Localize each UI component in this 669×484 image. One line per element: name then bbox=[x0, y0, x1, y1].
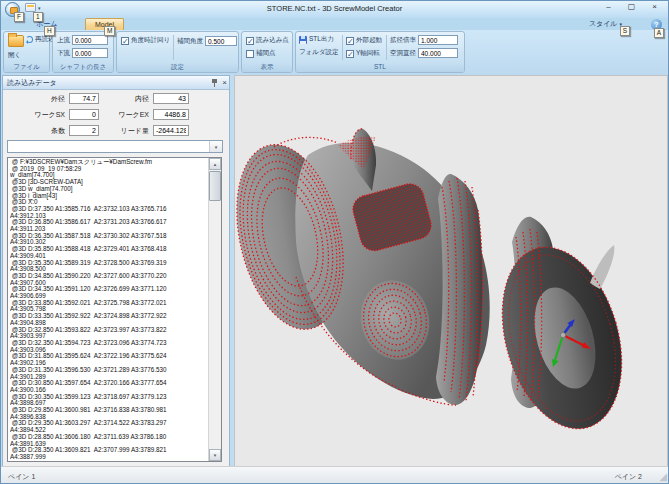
open-button[interactable]: 開く bbox=[8, 51, 21, 60]
window-title: STORE.NC.txt - 3D ScrewModel Creator bbox=[1, 4, 668, 13]
panel-title: 読み込みデータ bbox=[7, 79, 57, 86]
thread-count-label: 条数 bbox=[23, 126, 65, 136]
external-launch-checkbox[interactable]: 外部起動 bbox=[346, 36, 382, 45]
keytip-help: A bbox=[654, 28, 664, 38]
checkbox-icon bbox=[346, 37, 354, 45]
data-select-combobox[interactable]: ▾ bbox=[7, 140, 223, 153]
interp-angle-input[interactable] bbox=[205, 36, 237, 46]
3d-viewport[interactable] bbox=[234, 75, 668, 467]
save-icon bbox=[299, 36, 307, 44]
window-controls: – ▢ × bbox=[597, 1, 666, 14]
panel-close-icon[interactable]: × bbox=[222, 78, 227, 87]
keytip-app: F bbox=[14, 12, 24, 22]
scroll-down-icon[interactable]: ▼ bbox=[209, 449, 221, 461]
work-ex-label: ワークEX bbox=[103, 110, 149, 120]
lead-amount-input[interactable] bbox=[153, 125, 189, 136]
group-shaft-length: 上流 下流 シャフトの長さ bbox=[52, 31, 114, 73]
group-settings: 角度時計回り 補間角度 設定 bbox=[116, 31, 239, 73]
scale-label: 拡径倍率 bbox=[390, 36, 416, 45]
group-display: 読み込み点 補間点 表示 bbox=[241, 31, 293, 73]
work-sx-label: ワークSX bbox=[23, 110, 65, 120]
list-scrollbar[interactable]: ▲ ▼ bbox=[208, 158, 221, 461]
cavity-label: 空洞直径 bbox=[390, 49, 416, 58]
folder-settings-button[interactable]: フォルダ設定 bbox=[299, 48, 339, 57]
upstream-input[interactable] bbox=[72, 35, 108, 45]
group-label-file: ファイル bbox=[4, 62, 49, 72]
thread-count-input[interactable] bbox=[69, 125, 99, 136]
maximize-button[interactable]: ▢ bbox=[620, 1, 643, 14]
group-label-shaft: シャフトの長さ bbox=[53, 62, 113, 72]
group-label-stl: STL bbox=[296, 62, 464, 72]
resize-grip[interactable]: ◢ bbox=[659, 472, 667, 482]
3d-viewport-canvas[interactable] bbox=[235, 76, 667, 466]
loaded-data-panel: 読み込みデータ × 外径 内径 ワークSX ワークEX 条数 リード量 ▾ bbox=[2, 75, 230, 467]
status-bar: ペイン 1 ペイン 2 ◢ bbox=[1, 466, 668, 483]
clockwise-checkbox[interactable]: 角度時計回り bbox=[121, 36, 170, 45]
group-label-display: 表示 bbox=[242, 62, 292, 72]
downstream-input[interactable] bbox=[72, 48, 108, 58]
app-window: ▾ STORE.NC.txt - 3D ScrewModel Creator –… bbox=[0, 0, 669, 484]
reload-button[interactable]: 再読込 bbox=[26, 35, 55, 44]
group-label-settings: 設定 bbox=[117, 62, 238, 72]
minimize-button[interactable]: – bbox=[597, 1, 620, 14]
ribbon: 再読込 開く ファイル 上流 下流 シャフトの長さ 角度時計回り bbox=[1, 30, 668, 75]
inner-diameter-input[interactable] bbox=[153, 93, 189, 104]
interp-points-checkbox[interactable]: 補間点 bbox=[246, 49, 276, 58]
nc-data-lines: @ F:¥3DSCREW¥Damスクリュー¥DamScrew.fm @ 2019… bbox=[10, 159, 207, 461]
interp-angle-label: 補間角度 bbox=[177, 37, 203, 46]
keytip-qat: 1 bbox=[33, 12, 43, 22]
status-pane2: ペイン 2 bbox=[615, 472, 642, 482]
checkbox-icon bbox=[121, 37, 129, 45]
outer-diameter-input[interactable] bbox=[69, 93, 99, 104]
pin-icon[interactable] bbox=[211, 78, 219, 87]
ribbon-tab-row: ホーム Model スタイル ▾ ? bbox=[1, 18, 668, 30]
upstream-label: 上流 bbox=[57, 36, 70, 45]
scale-input[interactable] bbox=[418, 35, 458, 45]
downstream-label: 下流 bbox=[57, 49, 70, 58]
reload-icon bbox=[26, 36, 33, 43]
outer-diameter-label: 外径 bbox=[23, 94, 65, 104]
loaded-points-checkbox[interactable]: 読み込み点 bbox=[246, 36, 289, 45]
stl-output-button[interactable]: STL出力 bbox=[299, 35, 334, 44]
combobox-arrow-icon[interactable]: ▾ bbox=[209, 141, 222, 152]
lead-amount-label: リード量 bbox=[103, 126, 149, 136]
checkbox-icon bbox=[246, 50, 254, 58]
style-menu-label: スタイル bbox=[589, 20, 618, 27]
close-button[interactable]: × bbox=[643, 1, 666, 14]
keytip-style: S bbox=[620, 26, 630, 36]
scroll-up-icon[interactable]: ▲ bbox=[209, 158, 221, 170]
parameter-fields: 外径 内径 ワークSX ワークEX 条数 リード量 bbox=[23, 93, 189, 136]
screw-model bbox=[235, 129, 641, 443]
status-pane1: ペイン 1 bbox=[8, 472, 35, 482]
checkbox-icon bbox=[346, 50, 354, 58]
inner-diameter-label: 内径 bbox=[103, 94, 149, 104]
work-sx-input[interactable] bbox=[69, 109, 99, 120]
group-file: 再読込 開く ファイル bbox=[3, 31, 50, 73]
open-folder-icon[interactable] bbox=[8, 35, 24, 47]
checkbox-icon bbox=[246, 37, 254, 45]
y-rotate-checkbox[interactable]: Y軸回転 bbox=[346, 49, 380, 58]
keytip-model: M bbox=[104, 26, 115, 36]
title-bar: ▾ STORE.NC.txt - 3D ScrewModel Creator –… bbox=[1, 1, 668, 18]
nc-data-listbox[interactable]: @ F:¥3DSCREW¥Damスクリュー¥DamScrew.fm @ 2019… bbox=[7, 157, 222, 462]
keytip-home: H bbox=[44, 26, 55, 36]
panel-header[interactable]: 読み込みデータ × bbox=[3, 76, 229, 90]
work-ex-input[interactable] bbox=[153, 109, 189, 120]
style-menu[interactable]: スタイル ▾ bbox=[589, 19, 622, 29]
group-stl: STL出力 フォルダ設定 外部起動 Y軸回転 拡径倍率 空洞直径 bbox=[295, 31, 465, 73]
cavity-input[interactable] bbox=[418, 48, 458, 58]
scrollbar-thumb[interactable] bbox=[209, 171, 221, 201]
